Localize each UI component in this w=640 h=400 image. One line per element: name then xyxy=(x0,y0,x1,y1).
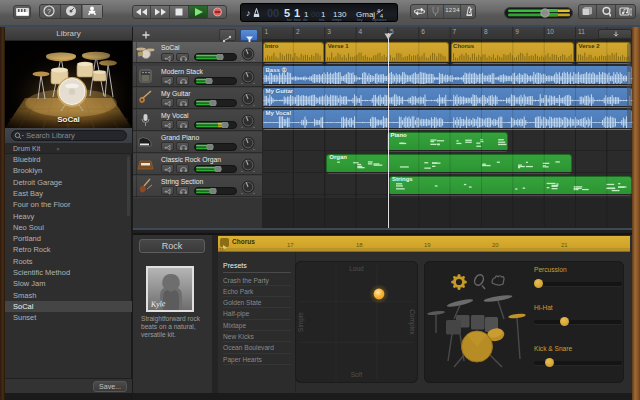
svg-text:Soft: Soft xyxy=(351,371,363,378)
svg-text:Loud: Loud xyxy=(349,265,364,272)
svg-text:div: div xyxy=(303,18,308,22)
svg-text:20: 20 xyxy=(492,242,499,248)
svg-text:tick: tick xyxy=(319,18,325,22)
svg-text:4: 4 xyxy=(359,28,363,35)
svg-text:key: key xyxy=(357,18,363,22)
svg-text:2: 2 xyxy=(296,28,300,35)
svg-text:1: 1 xyxy=(265,28,269,35)
svg-text:19: 19 xyxy=(424,242,431,248)
svg-text:3: 3 xyxy=(327,28,331,35)
svg-text:Kyle: Kyle xyxy=(150,299,167,309)
svg-text:signature: signature xyxy=(372,18,386,22)
svg-text:Complex: Complex xyxy=(408,309,416,335)
svg-text:8: 8 xyxy=(484,28,488,35)
svg-text:tempo: tempo xyxy=(332,18,342,22)
svg-text:18: 18 xyxy=(356,242,363,248)
svg-text:10: 10 xyxy=(547,28,555,35)
svg-text:Simple: Simple xyxy=(297,312,305,332)
svg-text:11: 11 xyxy=(578,28,585,35)
svg-text:6: 6 xyxy=(421,28,425,35)
svg-text:17: 17 xyxy=(287,242,294,248)
svg-text:21: 21 xyxy=(561,242,568,248)
svg-text:bar: bar xyxy=(287,18,293,22)
svg-text:7: 7 xyxy=(453,28,457,35)
svg-text:9: 9 xyxy=(515,28,519,35)
svg-text:?: ? xyxy=(47,8,51,15)
svg-text:00: 00 xyxy=(267,7,279,19)
svg-text:♪: ♪ xyxy=(246,8,251,18)
svg-text:beat: beat xyxy=(294,18,301,22)
